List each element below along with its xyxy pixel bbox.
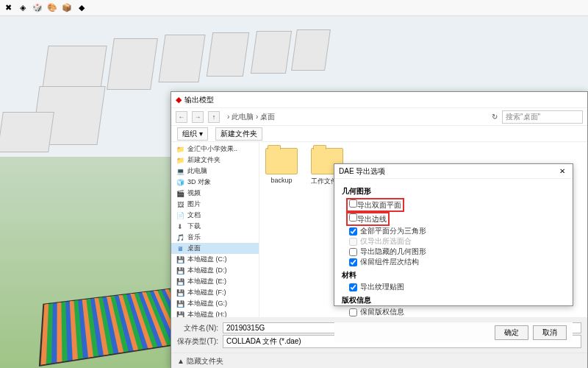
checkbox[interactable] bbox=[349, 283, 357, 291]
tree-item[interactable]: 📁新建文件夹 bbox=[171, 155, 259, 166]
file-name: backup bbox=[265, 177, 298, 184]
tree-item-label: 3D 对象 bbox=[187, 177, 211, 187]
options-button-row: 确定 取消 bbox=[334, 322, 573, 343]
file-item[interactable]: backup bbox=[265, 148, 298, 184]
option-checkbox-row[interactable]: 导出纹理贴图 bbox=[342, 282, 565, 292]
tree-item[interactable]: ⬇下载 bbox=[171, 221, 259, 232]
option-label: 仅导出所选面合 bbox=[360, 236, 412, 247]
breadcrumb-path[interactable]: › 此电脑 › 桌面 bbox=[224, 111, 487, 123]
options-title: DAE 导出选项 bbox=[339, 166, 385, 177]
folder-icon: 🖥 bbox=[176, 244, 184, 253]
option-checkbox-row[interactable]: 保留版权信息 bbox=[342, 307, 565, 317]
checkbox[interactable] bbox=[349, 213, 357, 222]
tree-item[interactable]: 🖼图片 bbox=[171, 199, 259, 210]
option-label: 全部平面分为三角形 bbox=[360, 226, 426, 236]
tree-item[interactable]: 📁金汇中小学效果.. bbox=[171, 144, 259, 155]
ok-button[interactable]: 确定 bbox=[495, 325, 528, 340]
tree-item-label: 金汇中小学效果.. bbox=[187, 144, 237, 154]
refresh-icon[interactable]: ↻ bbox=[492, 113, 498, 121]
tree-item-label: 本地磁盘 (G:) bbox=[187, 299, 227, 308]
tree-item[interactable]: 🖥桌面 bbox=[171, 243, 259, 254]
options-cancel-button[interactable]: 取消 bbox=[533, 325, 567, 340]
hide-folders-toggle[interactable]: ▲ 隐藏文件夹 bbox=[171, 353, 587, 368]
new-folder-button[interactable]: 新建文件夹 bbox=[215, 127, 262, 141]
tree-item[interactable]: 🎬视频 bbox=[171, 188, 259, 199]
folder-icon: 💾 bbox=[176, 289, 184, 297]
checkbox[interactable] bbox=[349, 308, 357, 316]
navigation-row: ← → ↑ › 此电脑 › 桌面 ↻ 搜索"桌面" bbox=[171, 108, 587, 126]
nav-up-button[interactable]: ↑ bbox=[208, 111, 220, 123]
checkbox[interactable] bbox=[349, 248, 357, 256]
tool-icon[interactable]: 🎨 bbox=[47, 3, 57, 13]
tree-item[interactable]: 💾本地磁盘 (H:) bbox=[171, 309, 259, 317]
checkbox[interactable] bbox=[349, 227, 357, 236]
search-input[interactable]: 搜索"桌面" bbox=[502, 110, 583, 124]
tree-item-label: 下载 bbox=[187, 222, 201, 231]
tool-icon[interactable]: ◈ bbox=[18, 3, 28, 13]
tool-icon[interactable]: ◆ bbox=[76, 3, 87, 13]
tree-item[interactable]: 💾本地磁盘 (D:) bbox=[171, 265, 259, 276]
option-label: 导出双面平面 bbox=[357, 201, 401, 209]
option-checkbox-row[interactable]: 导出边线 bbox=[342, 212, 565, 226]
tree-item[interactable]: 💾本地磁盘 (G:) bbox=[171, 298, 259, 309]
tool-icon[interactable]: ✖ bbox=[3, 3, 13, 13]
option-checkbox-row[interactable]: 导出隐藏的几何图形 bbox=[342, 247, 565, 257]
tree-item-label: 桌面 bbox=[187, 244, 201, 253]
folder-icon: 💾 bbox=[176, 311, 184, 318]
tree-item-label: 本地磁盘 (D:) bbox=[187, 266, 227, 275]
filename-label: 文件名(N): bbox=[177, 323, 218, 333]
tool-icon[interactable]: 📦 bbox=[62, 3, 72, 13]
app-icon: ◆ bbox=[176, 95, 182, 105]
tree-item-label: 视频 bbox=[187, 188, 201, 198]
checkbox[interactable] bbox=[349, 258, 357, 266]
folder-icon: 🎵 bbox=[176, 233, 184, 242]
folder-icon: 💻 bbox=[176, 167, 184, 176]
folder-icon: 📁 bbox=[176, 145, 184, 154]
option-label: 导出纹理贴图 bbox=[360, 282, 404, 292]
filetype-label: 保存类型(T): bbox=[177, 336, 218, 347]
folder-icon: ⬇ bbox=[176, 222, 184, 231]
dialog-titlebar: ◆ 输出模型 bbox=[171, 92, 587, 108]
nav-back-button[interactable]: ← bbox=[176, 111, 187, 123]
dialog-toolbar: 组织 ▾ 新建文件夹 bbox=[171, 126, 587, 142]
tree-item-label: 图片 bbox=[187, 199, 201, 209]
option-checkbox-row: 仅导出所选面合 bbox=[342, 236, 565, 247]
folder-icon bbox=[265, 148, 298, 174]
option-label: 保留组件层次结构 bbox=[360, 257, 419, 267]
folder-tree[interactable]: 📁金汇中小学效果..📁新建文件夹💻此电脑🧊3D 对象🎬视频🖼图片📄文档⬇下载🎵音… bbox=[171, 142, 259, 317]
folder-icon: 💾 bbox=[176, 277, 184, 286]
close-icon[interactable]: ✕ bbox=[556, 167, 568, 175]
folder-icon: 🎬 bbox=[176, 189, 184, 198]
folder-icon: 💾 bbox=[176, 255, 184, 264]
checkbox[interactable] bbox=[349, 199, 357, 208]
tree-item[interactable]: 🧊3D 对象 bbox=[171, 177, 259, 188]
option-label: 导出隐藏的几何图形 bbox=[360, 247, 426, 257]
folder-icon: 💾 bbox=[176, 266, 184, 275]
tree-item[interactable]: 💾本地磁盘 (C:) bbox=[171, 254, 259, 265]
option-checkbox-row[interactable]: 导出双面平面 bbox=[342, 198, 565, 212]
tree-item-label: 本地磁盘 (C:) bbox=[187, 255, 227, 264]
dialog-title: 输出模型 bbox=[184, 95, 214, 105]
tree-item[interactable]: 📄文档 bbox=[171, 210, 259, 221]
checkbox bbox=[349, 238, 357, 246]
option-checkbox-row[interactable]: 保留组件层次结构 bbox=[342, 257, 565, 267]
tree-item-label: 本地磁盘 (F:) bbox=[187, 288, 226, 297]
tree-item-label: 本地磁盘 (E:) bbox=[187, 277, 226, 286]
tool-icon[interactable]: 🎲 bbox=[32, 3, 43, 13]
folder-icon: 📄 bbox=[176, 211, 184, 220]
group-credit: 版权信息 bbox=[342, 295, 565, 305]
tree-item-label: 音乐 bbox=[187, 233, 201, 242]
tree-item-label: 此电脑 bbox=[187, 166, 207, 176]
folder-icon: 🧊 bbox=[176, 178, 184, 187]
tree-item[interactable]: 💻此电脑 bbox=[171, 166, 259, 177]
tree-item-label: 文档 bbox=[187, 210, 201, 220]
option-checkbox-row[interactable]: 全部平面分为三角形 bbox=[342, 226, 565, 236]
nav-fwd-button[interactable]: → bbox=[192, 111, 204, 123]
tree-item[interactable]: 💾本地磁盘 (E:) bbox=[171, 276, 259, 287]
tree-item[interactable]: 💾本地磁盘 (F:) bbox=[171, 287, 259, 298]
tree-item-label: 本地磁盘 (H:) bbox=[187, 310, 227, 317]
organize-menu[interactable]: 组织 ▾ bbox=[177, 127, 208, 141]
tree-item-label: 新建文件夹 bbox=[187, 155, 220, 165]
plugin-toolbar: ✖◈🎲🎨📦◆ bbox=[0, 0, 588, 16]
tree-item[interactable]: 🎵音乐 bbox=[171, 232, 259, 243]
